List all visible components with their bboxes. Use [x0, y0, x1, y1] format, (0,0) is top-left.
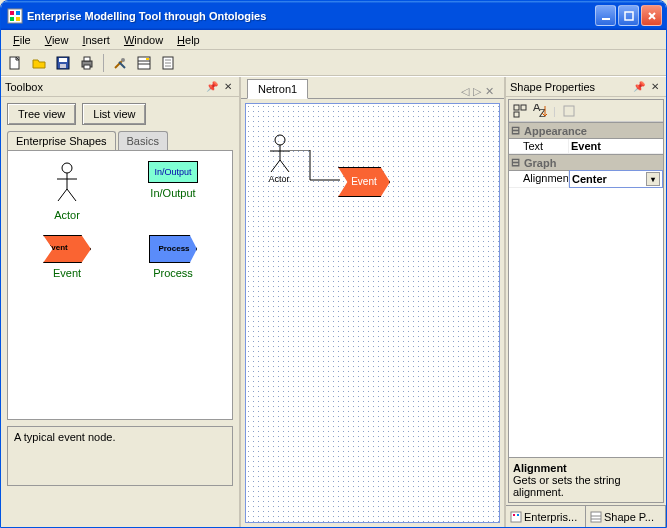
tools-icon[interactable] [110, 53, 130, 73]
svg-rect-1 [10, 11, 14, 15]
property-desc-title: Alignment [513, 462, 659, 474]
svg-rect-44 [511, 512, 521, 522]
properties-header: Shape Properties 📌 ✕ [506, 77, 666, 97]
print-icon[interactable] [77, 53, 97, 73]
menu-window[interactable]: Window [118, 32, 169, 48]
tab-enterprise-shapes[interactable]: Enterprise Shapes [7, 131, 116, 150]
menu-help[interactable]: Help [171, 32, 206, 48]
svg-rect-2 [16, 11, 20, 15]
svg-rect-6 [625, 12, 633, 20]
palette-label-process: Process [124, 267, 222, 279]
prop-val-alignment-text: Center [572, 173, 607, 185]
window-title: Enterprise Modelling Tool through Ontolo… [27, 10, 595, 22]
canvas-event-node[interactable]: Event [338, 167, 390, 197]
content-area: Toolbox 📌 ✕ Tree view List view Enterpri… [1, 76, 666, 527]
svg-rect-12 [60, 64, 66, 68]
document-icon[interactable] [158, 53, 178, 73]
svg-point-17 [121, 58, 125, 62]
app-icon [7, 8, 23, 24]
property-description: Alignment Gets or sets the string alignm… [509, 457, 663, 502]
bottom-tab-enterprise[interactable]: Enterpris... [506, 506, 586, 527]
shape-palette: Actor In/Output In/Output Event Event Pr… [7, 150, 233, 420]
canvas-event-shape: Event [338, 167, 390, 197]
dropdown-icon[interactable]: ▾ [646, 172, 660, 186]
palette-label-io: In/Output [124, 187, 222, 199]
svg-point-32 [275, 135, 285, 145]
prop-row-text[interactable]: Text Event [509, 139, 663, 154]
main-toolbar [1, 50, 666, 76]
svg-rect-11 [59, 58, 67, 62]
tab-basics[interactable]: Basics [118, 131, 168, 150]
close-button[interactable] [641, 5, 662, 26]
actor-icon [52, 161, 82, 203]
category-appearance[interactable]: ⊟ Appearance [509, 122, 663, 139]
svg-rect-14 [84, 57, 90, 61]
list-view-button[interactable]: List view [82, 103, 146, 125]
svg-line-31 [67, 189, 76, 201]
diagram-canvas[interactable]: Actor. Event [245, 103, 500, 523]
property-grid-empty [509, 188, 663, 457]
svg-rect-39 [514, 112, 519, 117]
svg-rect-22 [146, 58, 149, 60]
property-desc-body: Gets or sets the string alignment. [513, 474, 659, 498]
toolbar-separator [103, 54, 104, 72]
toolbox-panel: Toolbox 📌 ✕ Tree view List view Enterpri… [1, 77, 241, 527]
menu-bar: File View Insert Window Help [1, 30, 666, 50]
canvas-panel: Netron1 ◁ ▷ ✕ Actor. Event [241, 77, 506, 527]
svg-rect-5 [602, 18, 610, 20]
svg-line-35 [271, 160, 280, 172]
tab-nav-right-icon[interactable]: ▷ [473, 85, 481, 98]
prop-row-alignment[interactable]: Alignment Center ▾ [509, 171, 663, 188]
event-icon: Event [43, 235, 91, 263]
palette-item-process[interactable]: Process Process [124, 235, 222, 279]
menu-insert[interactable]: Insert [76, 32, 116, 48]
property-toolbar: AZ | [509, 100, 663, 122]
svg-line-36 [280, 160, 289, 172]
prop-val-text[interactable]: Event [569, 139, 663, 153]
open-file-icon[interactable] [29, 53, 49, 73]
svg-rect-37 [514, 105, 519, 110]
prop-key-alignment: Alignment [509, 171, 569, 187]
doc-tab-netron1[interactable]: Netron1 [247, 79, 308, 99]
pin-icon[interactable]: 📌 [205, 80, 219, 94]
pin-icon[interactable]: 📌 [632, 80, 646, 94]
toolbox-header: Toolbox 📌 ✕ [1, 77, 239, 97]
palette-label-event: Event [18, 267, 116, 279]
document-tabs: Netron1 ◁ ▷ ✕ [241, 77, 504, 99]
category-graph[interactable]: ⊟ Graph [509, 154, 663, 171]
properties-panel: Shape Properties 📌 ✕ AZ | ⊟ Appearance T… [506, 77, 666, 527]
bottom-tab-shape-properties[interactable]: Shape P... [586, 506, 666, 527]
svg-rect-43 [564, 106, 574, 116]
save-icon[interactable] [53, 53, 73, 73]
toolbox-hint: A typical event node. [7, 426, 233, 486]
tab-icon [590, 511, 602, 523]
svg-rect-47 [591, 512, 601, 522]
maximize-button[interactable] [618, 5, 639, 26]
prop-val-alignment[interactable]: Center ▾ [569, 170, 663, 188]
categorized-icon[interactable] [513, 104, 527, 118]
minimize-button[interactable] [595, 5, 616, 26]
close-panel-icon[interactable]: ✕ [648, 80, 662, 94]
svg-rect-46 [517, 514, 519, 516]
properties-icon[interactable] [134, 53, 154, 73]
menu-file[interactable]: File [7, 32, 37, 48]
menu-view[interactable]: View [39, 32, 75, 48]
prop-key-text: Text [509, 139, 569, 153]
palette-item-event[interactable]: Event Event [18, 235, 116, 279]
alphabetical-icon[interactable]: AZ [533, 104, 547, 118]
category-graph-label: Graph [524, 157, 556, 169]
tree-view-button[interactable]: Tree view [7, 103, 76, 125]
svg-rect-4 [16, 17, 20, 21]
category-appearance-label: Appearance [524, 125, 587, 137]
svg-rect-15 [84, 65, 90, 69]
tab-nav-left-icon[interactable]: ◁ [461, 85, 469, 98]
new-file-icon[interactable] [5, 53, 25, 73]
palette-item-actor[interactable]: Actor [18, 161, 116, 221]
palette-item-io[interactable]: In/Output In/Output [124, 161, 222, 199]
property-pages-icon[interactable] [562, 104, 576, 118]
tab-close-icon[interactable]: ✕ [485, 85, 494, 98]
close-panel-icon[interactable]: ✕ [221, 80, 235, 94]
bottom-tab-enterprise-label: Enterpris... [524, 511, 577, 523]
property-grid: AZ | ⊟ Appearance Text Event ⊟ Graph [508, 99, 664, 503]
toolbox-title: Toolbox [5, 81, 203, 93]
